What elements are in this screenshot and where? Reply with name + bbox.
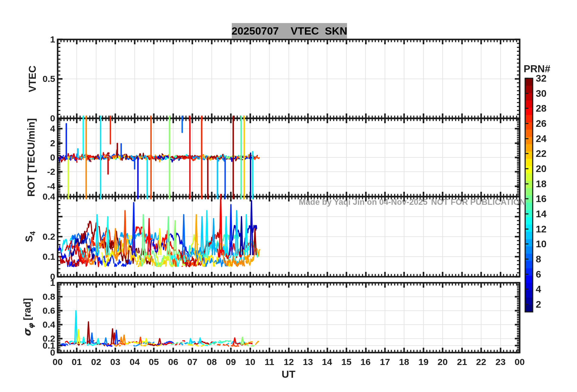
colorbar-tick-label: 24: [536, 133, 563, 144]
y-tick-label-s4: 0.1: [10, 251, 55, 262]
y-tick-label-s4: 0.4: [10, 191, 55, 202]
colorbar-tick-label: 20: [536, 163, 563, 174]
watermark-not-for-publication: NOT FOR PUBLICATION: [431, 198, 525, 207]
x-tick-label: 22: [471, 356, 492, 368]
x-tick-label: 00: [509, 356, 530, 368]
y-tick-label-rot: -2: [10, 166, 55, 177]
colorbar-tick-label: 26: [536, 118, 563, 129]
x-tick-label: 18: [393, 356, 415, 368]
chart-title: 20250707 VTEC SKN: [232, 23, 347, 39]
x-tick-label: 08: [201, 356, 222, 368]
y-tick-label-rot: 2: [10, 137, 55, 149]
colorbar-tick-label: 32: [536, 73, 563, 84]
x-tick-label: 10: [240, 356, 261, 368]
y-tick-label-vtec: 0: [10, 113, 55, 124]
colorbar-tick-label: 12: [536, 223, 563, 235]
x-tick-label: 01: [66, 356, 87, 368]
x-tick-label: 07: [182, 356, 203, 368]
y-tick-label-vtec: 1: [10, 34, 55, 45]
x-tick-label: 16: [355, 356, 376, 368]
y-tick-label-sigma_phi: 0.8: [10, 291, 55, 302]
y-tick-label-vtec: 0.5: [10, 73, 55, 85]
y-tick-label-sigma_phi: 0.2: [10, 333, 55, 344]
y-tick-label-sigma_phi: 0.6: [10, 305, 55, 316]
x-tick-label: 09: [220, 356, 241, 368]
x-tick-label: 06: [163, 356, 184, 368]
watermark-made-by: Made by Yaqi Jin on 04-Nov-2025: [299, 198, 427, 207]
colorbar-tick-label: 10: [536, 238, 563, 250]
y-tick-label-s4: 0.2: [10, 231, 55, 242]
colorbar-tick-label: 6: [536, 269, 563, 280]
x-tick-label: 05: [143, 356, 164, 368]
colorbar-tick-label: 18: [536, 178, 563, 190]
colorbar-tick-label: 2: [536, 299, 563, 310]
x-tick-label: 13: [297, 356, 319, 368]
x-tick-label: 20: [432, 356, 453, 368]
y-tick-label-sigma_phi: 1: [10, 277, 55, 289]
x-tick-label: 19: [413, 356, 434, 368]
figure: 20250707 VTEC SKN VTEC ROT [TECU/min] S4…: [0, 0, 577, 392]
x-tick-label: 04: [124, 356, 145, 368]
colorbar-tick-label: 14: [536, 208, 563, 220]
x-tick-label: 23: [490, 356, 511, 368]
y-tick-label-rot: -4: [10, 181, 55, 192]
x-tick-label: 15: [336, 356, 357, 368]
x-tick-label: 21: [451, 356, 473, 368]
x-tick-label: 00: [47, 356, 68, 368]
x-tick-label: 11: [259, 356, 280, 368]
y-tick-label-sigma_phi: 0.4: [10, 319, 55, 330]
colorbar-tick-label: 4: [536, 283, 563, 295]
x-tick-label: 02: [86, 356, 107, 368]
x-tick-label: 14: [316, 356, 338, 368]
y-tick-label-rot: 0: [10, 152, 55, 163]
x-axis-label: UT: [273, 368, 304, 380]
colorbar-tick-label: 22: [536, 148, 563, 159]
x-tick-label: 17: [374, 356, 396, 368]
colorbar-tick-label: 30: [536, 88, 563, 99]
colorbar-tick-label: 28: [536, 103, 563, 114]
colorbar-tick-label: 16: [536, 193, 563, 204]
y-tick-label-rot: 4: [10, 123, 55, 134]
colorbar-tick-label: 8: [536, 253, 563, 265]
x-tick-label: 03: [105, 356, 126, 368]
y-axis-label-sigma-phi: σφ [rad]: [21, 298, 35, 337]
plot-canvas: [0, 0, 577, 392]
x-tick-label: 12: [278, 356, 299, 368]
